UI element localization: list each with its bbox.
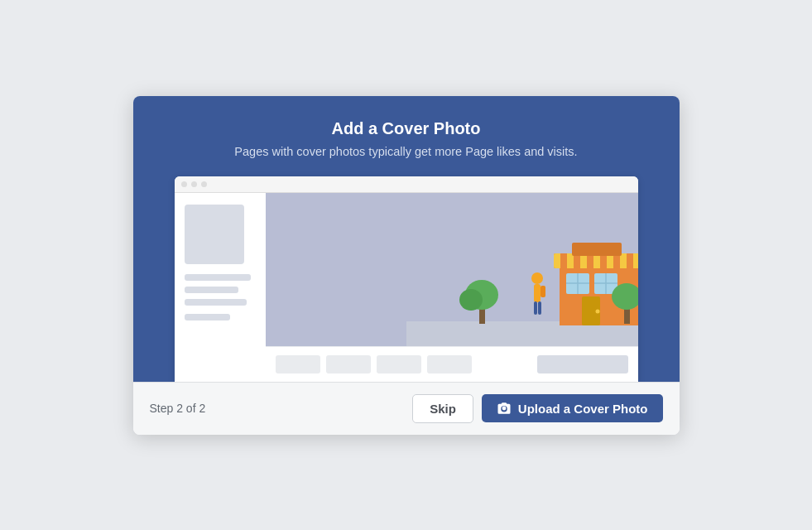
footer-buttons: Skip Upload a Cover Photo xyxy=(412,394,662,423)
preview-line-4 xyxy=(185,314,230,320)
browser-bar xyxy=(175,176,638,193)
preview-sidebar xyxy=(175,193,266,382)
preview-body xyxy=(175,193,638,382)
svg-rect-5 xyxy=(534,284,541,302)
preview-line-1 xyxy=(185,274,251,281)
preview-tab-4 xyxy=(427,355,472,373)
preview-avatar-placeholder xyxy=(185,205,244,264)
preview-tab-2 xyxy=(326,355,371,373)
browser-dot-1 xyxy=(181,181,187,187)
preview-tab-3 xyxy=(377,355,421,373)
upload-button-label: Upload a Cover Photo xyxy=(518,402,648,416)
svg-point-3 xyxy=(459,289,483,311)
svg-rect-7 xyxy=(534,301,537,315)
preview-cover-area xyxy=(266,193,638,346)
preview-main xyxy=(266,193,638,382)
step-label: Step 2 of 2 xyxy=(150,402,206,415)
store-illustration xyxy=(406,214,638,346)
svg-rect-19 xyxy=(627,253,633,268)
upload-cover-photo-button[interactable]: Upload a Cover Photo xyxy=(482,394,663,422)
preview-line-3 xyxy=(185,299,247,306)
preview-line-2 xyxy=(185,287,238,293)
preview-action-button xyxy=(537,355,628,373)
modal-header: Add a Cover Photo Pages with cover photo… xyxy=(133,96,680,382)
browser-dot-2 xyxy=(191,181,197,187)
preview-tabs-row xyxy=(266,346,638,382)
add-cover-photo-modal: Add a Cover Photo Pages with cover photo… xyxy=(133,96,680,435)
preview-tab-1 xyxy=(276,355,320,373)
modal-subtitle: Pages with cover photos typically get mo… xyxy=(160,145,653,158)
modal-footer: Step 2 of 2 Skip Upload a Cover Photo xyxy=(133,382,680,435)
svg-rect-8 xyxy=(538,301,541,315)
svg-point-4 xyxy=(531,272,543,284)
modal-title: Add a Cover Photo xyxy=(160,119,653,138)
svg-rect-14 xyxy=(560,253,567,268)
page-preview-mockup xyxy=(175,176,638,382)
browser-dot-3 xyxy=(201,181,207,187)
svg-rect-29 xyxy=(572,243,622,256)
svg-rect-6 xyxy=(541,286,545,297)
camera-icon xyxy=(497,401,512,416)
svg-point-28 xyxy=(595,309,599,313)
skip-button[interactable]: Skip xyxy=(412,394,473,423)
